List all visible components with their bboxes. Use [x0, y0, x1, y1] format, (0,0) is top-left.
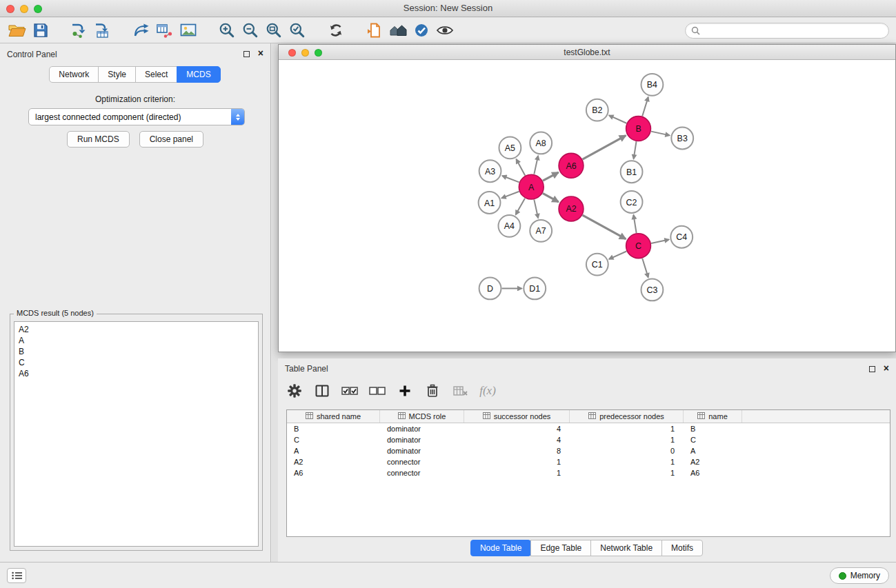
- column-header-shared-name[interactable]: shared name: [287, 410, 380, 423]
- network-node-A6[interactable]: A6: [559, 153, 584, 178]
- network-node-A3[interactable]: A3: [479, 160, 501, 182]
- table-cell[interactable]: A: [684, 445, 742, 456]
- network-edge-B-B3[interactable]: [651, 132, 670, 136]
- network-edge-A-A7[interactable]: [534, 200, 538, 219]
- network-edge-B-B4[interactable]: [642, 97, 648, 116]
- table-panel-close-icon[interactable]: ×: [884, 363, 889, 373]
- network-edge-A6-B[interactable]: [583, 136, 626, 160]
- select-all-button[interactable]: [337, 379, 362, 403]
- run-mcds-button[interactable]: Run MCDS: [67, 131, 130, 148]
- table-cell[interactable]: 1: [464, 467, 570, 478]
- function-builder-button[interactable]: f(x): [475, 379, 500, 403]
- network-node-B[interactable]: B: [626, 116, 651, 141]
- table-cell[interactable]: A2: [684, 456, 742, 467]
- table-row[interactable]: Cdominator41C: [287, 434, 890, 445]
- network-table-button[interactable]: [153, 19, 177, 41]
- network-node-C3[interactable]: C3: [641, 279, 664, 301]
- network-edge-B-B1[interactable]: [634, 141, 637, 159]
- network-node-B2[interactable]: B2: [586, 99, 608, 121]
- network-edge-A-A3[interactable]: [502, 176, 519, 182]
- network-edge-C-C3[interactable]: [642, 258, 648, 278]
- network-edge-A2-C[interactable]: [583, 215, 626, 239]
- mcds-result-item[interactable]: C: [14, 357, 258, 368]
- deselect-all-button[interactable]: [365, 379, 390, 403]
- network-edge-A-A5[interactable]: [516, 159, 525, 175]
- network-node-D[interactable]: D: [479, 278, 501, 300]
- validate-button[interactable]: [410, 19, 433, 41]
- zoom-selected-button[interactable]: [286, 19, 309, 41]
- mcds-result-item[interactable]: A: [14, 335, 258, 346]
- table-cell[interactable]: B: [684, 423, 742, 434]
- network-node-C1[interactable]: C1: [586, 254, 608, 276]
- criterion-dropdown[interactable]: largest connected component (directed): [28, 108, 245, 125]
- table-settings-button[interactable]: [282, 379, 307, 403]
- table-cell[interactable]: A: [287, 445, 380, 456]
- table-cell[interactable]: A2: [287, 456, 380, 467]
- table-cell[interactable]: 1: [570, 456, 684, 467]
- table-cell[interactable]: A6: [287, 467, 380, 478]
- import-table-button[interactable]: [91, 19, 115, 41]
- mcds-result-item[interactable]: A6: [14, 368, 258, 379]
- control-panel-float-icon[interactable]: [243, 51, 250, 57]
- table-cell[interactable]: C: [287, 434, 380, 445]
- network-edge-A-A4[interactable]: [516, 199, 525, 215]
- table-cell[interactable]: 1: [464, 456, 570, 467]
- network-node-A8[interactable]: A8: [530, 132, 552, 154]
- table-cell[interactable]: 1: [570, 434, 684, 445]
- network-edge-A-A1[interactable]: [501, 192, 519, 199]
- memory-button[interactable]: Memory: [830, 567, 889, 584]
- network-node-C4[interactable]: C4: [670, 226, 693, 248]
- column-header-successor-nodes[interactable]: successor nodes: [464, 410, 570, 423]
- table-cell[interactable]: 4: [464, 434, 570, 445]
- network-edge-C-C2[interactable]: [633, 215, 636, 233]
- show-graphics-details-button[interactable]: [433, 19, 457, 41]
- column-header-MCDS-role[interactable]: MCDS role: [380, 410, 464, 423]
- zoom-in-button[interactable]: [215, 19, 239, 41]
- search-input[interactable]: [704, 26, 883, 36]
- network-edge-B-B2[interactable]: [609, 115, 626, 123]
- home-button[interactable]: [386, 19, 410, 41]
- table-cell[interactable]: dominator: [380, 445, 464, 456]
- network-edge-C-C1[interactable]: [609, 251, 626, 258]
- table-row[interactable]: A6connector11A6: [287, 467, 890, 478]
- control-panel-close-icon[interactable]: ×: [258, 48, 263, 58]
- table-cell[interactable]: dominator: [380, 423, 464, 434]
- show-columns-button[interactable]: [310, 379, 335, 403]
- network-node-A5[interactable]: A5: [499, 136, 521, 159]
- tab-style[interactable]: Style: [98, 66, 136, 83]
- new-network-button[interactable]: [130, 19, 153, 41]
- mcds-result-list[interactable]: A2ABCA6: [14, 321, 259, 547]
- network-node-D1[interactable]: D1: [524, 278, 546, 300]
- table-cell[interactable]: B: [287, 423, 380, 434]
- network-node-A[interactable]: A: [519, 174, 544, 199]
- open-session-button[interactable]: [6, 19, 29, 41]
- delete-column-button[interactable]: [420, 379, 445, 403]
- network-edge-C-C4[interactable]: [651, 240, 669, 243]
- table-row[interactable]: Adominator80A: [287, 445, 890, 456]
- network-edge-A-A8[interactable]: [534, 156, 538, 174]
- column-header-predecessor-nodes[interactable]: predecessor nodes: [570, 410, 684, 423]
- column-header-name[interactable]: name: [684, 410, 742, 423]
- table-cell[interactable]: connector: [380, 456, 464, 467]
- zoom-fit-button[interactable]: [262, 19, 286, 41]
- table-cell[interactable]: 4: [464, 423, 570, 434]
- network-node-C[interactable]: C: [626, 234, 651, 258]
- task-history-button[interactable]: [7, 568, 26, 583]
- export-image-button[interactable]: [177, 19, 200, 41]
- table-cell[interactable]: 1: [570, 467, 684, 478]
- network-node-B1[interactable]: B1: [621, 161, 643, 183]
- tab-network-table[interactable]: Network Table: [590, 540, 662, 556]
- document-action-button[interactable]: [363, 19, 386, 41]
- network-node-C2[interactable]: C2: [621, 191, 643, 213]
- network-node-B3[interactable]: B3: [671, 128, 693, 150]
- tab-network[interactable]: Network: [49, 66, 99, 83]
- network-canvas[interactable]: B4B2BB3A5A8A6A3B1AC2A1A2A4A7C4CC1C3DD1: [279, 61, 895, 352]
- network-edge-A-A6[interactable]: [543, 172, 559, 181]
- network-graph[interactable]: B4B2BB3A5A8A6A3B1AC2A1A2A4A7C4CC1C3DD1: [279, 61, 895, 352]
- network-edge-A-A2[interactable]: [543, 193, 559, 202]
- table-cell[interactable]: connector: [380, 467, 464, 478]
- table-cell[interactable]: A6: [684, 467, 742, 478]
- tab-mcds[interactable]: MCDS: [177, 66, 220, 83]
- tab-edge-table[interactable]: Edge Table: [530, 540, 591, 556]
- network-node-A2[interactable]: A2: [559, 196, 584, 221]
